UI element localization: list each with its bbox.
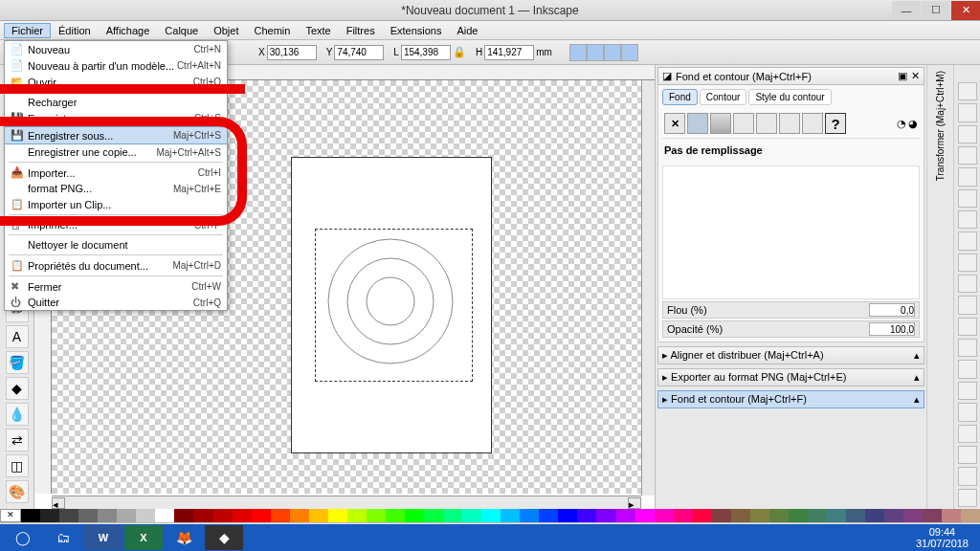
color-swatch[interactable] (846, 509, 865, 522)
color-swatch[interactable] (386, 509, 405, 522)
maximize-button[interactable]: ☐ (922, 1, 950, 20)
blur-input[interactable] (869, 303, 915, 317)
snap-button-9[interactable] (958, 275, 977, 293)
menu-aide[interactable]: Aide (449, 23, 485, 38)
undock-icon[interactable]: ▣ (898, 70, 907, 81)
menu-texte[interactable]: Texte (298, 23, 338, 38)
color-swatch[interactable] (21, 509, 40, 522)
close-button[interactable]: ✕ (951, 1, 980, 20)
snap-button-4[interactable] (958, 167, 977, 186)
color-swatch[interactable] (501, 509, 520, 522)
color-swatch[interactable] (347, 509, 367, 522)
tab-fill[interactable]: Fond (662, 89, 698, 105)
tool-12[interactable]: ◆ (6, 377, 29, 400)
snap-button-11[interactable] (958, 318, 977, 336)
color-swatch[interactable] (213, 509, 233, 522)
color-swatch[interactable] (750, 509, 769, 522)
radial-gradient-button[interactable] (733, 113, 754, 134)
snap-button-1[interactable] (958, 103, 977, 121)
fill-rule-icon[interactable]: ◔ (897, 118, 906, 130)
color-swatch[interactable] (462, 509, 481, 522)
color-swatch[interactable] (155, 509, 174, 522)
menu-item[interactable]: 📥Importer...Ctrl+I (5, 165, 227, 181)
color-swatch[interactable] (193, 509, 212, 522)
menu-item[interactable]: 📄NouveauCtrl+N (5, 41, 227, 57)
color-swatch[interactable] (827, 509, 846, 522)
color-swatch[interactable] (309, 509, 328, 522)
inkscape-icon[interactable]: ◆ (205, 525, 243, 550)
menu-édition[interactable]: Édition (51, 23, 99, 38)
color-swatch[interactable] (117, 509, 136, 522)
tool-11[interactable]: 🪣 (6, 351, 29, 374)
color-swatch[interactable] (424, 509, 443, 522)
color-swatch[interactable] (865, 509, 884, 522)
snap-button-6[interactable] (958, 210, 977, 229)
menu-item[interactable]: 📋Propriétés du document...Maj+Ctrl+D (5, 257, 227, 274)
collapsed-panel[interactable]: ▸ Exporter au format PNG (Maj+Ctrl+E)▴ (657, 368, 924, 386)
color-swatch[interactable] (808, 509, 827, 522)
snap-button-0[interactable] (958, 82, 977, 100)
color-swatch[interactable] (674, 509, 693, 522)
mesh-button[interactable] (802, 113, 823, 134)
menu-item[interactable]: ⏻QuitterCtrl+Q (5, 295, 227, 310)
l-input[interactable] (401, 45, 451, 60)
snap-button-8[interactable] (958, 253, 977, 272)
color-palette[interactable]: ✕ (0, 509, 980, 522)
explorer-icon[interactable]: 🗂 (44, 525, 82, 550)
color-swatch[interactable] (884, 509, 903, 522)
tool-14[interactable]: ⇄ (6, 429, 29, 452)
fill-rule-icon[interactable]: ◕ (908, 118, 918, 130)
tab-stroke[interactable]: Contour (700, 89, 747, 105)
color-swatch[interactable] (40, 509, 59, 522)
snap-button-19[interactable] (958, 489, 977, 507)
fill-stroke-header[interactable]: ◪Fond et contour (Maj+Ctrl+F) ▣✕ (657, 67, 924, 85)
affect-button[interactable] (604, 44, 621, 61)
color-swatch[interactable] (136, 509, 155, 522)
color-swatch[interactable] (405, 509, 424, 522)
menu-item[interactable]: 💾EnregistrerCtrl+S (5, 110, 227, 126)
no-paint-button[interactable]: ✕ (664, 113, 685, 134)
menu-extensions[interactable]: Extensions (383, 23, 450, 38)
color-swatch[interactable] (577, 509, 596, 522)
tool-13[interactable]: 💧 (6, 403, 29, 426)
color-swatch[interactable] (233, 509, 252, 522)
snap-button-10[interactable] (958, 296, 977, 314)
menu-fichier[interactable]: Fichier (4, 23, 51, 38)
tool-16[interactable]: 🎨 (6, 480, 29, 503)
tab-stroke-style[interactable]: Style du contour (748, 89, 831, 105)
menu-item[interactable]: format PNG...Maj+Ctrl+E (5, 181, 227, 196)
minimize-button[interactable]: — (892, 1, 921, 20)
menu-item[interactable]: ✖FermerCtrl+W (5, 278, 227, 295)
color-swatch[interactable] (616, 509, 635, 522)
color-swatch[interactable] (558, 509, 577, 522)
clock[interactable]: 09:4431/07/2018 (908, 526, 976, 549)
color-swatch[interactable] (635, 509, 655, 522)
tool-10[interactable]: A (6, 325, 29, 348)
color-swatch[interactable] (693, 509, 712, 522)
menu-affichage[interactable]: Affichage (99, 23, 158, 38)
pattern-button[interactable] (756, 113, 777, 134)
color-swatch[interactable] (942, 509, 961, 522)
flat-color-button[interactable] (687, 113, 708, 134)
color-swatch[interactable] (59, 509, 78, 522)
word-icon[interactable]: W (84, 525, 122, 550)
affect-button[interactable] (621, 44, 638, 61)
gimp-icon[interactable]: 🦊 (165, 525, 203, 550)
menu-calque[interactable]: Calque (157, 23, 206, 38)
h-input[interactable] (484, 45, 534, 60)
snap-button-13[interactable] (958, 360, 977, 378)
menu-item[interactable]: 📋Importer un Clip... (5, 196, 227, 212)
menu-item[interactable]: 📄Nouveau à partir d'un modèle...Ctrl+Alt… (5, 57, 227, 74)
menu-chemin[interactable]: Chemin (246, 23, 298, 38)
color-swatch[interactable] (655, 509, 674, 522)
snap-button-17[interactable] (958, 446, 977, 464)
snap-button-18[interactable] (958, 467, 977, 485)
color-swatch[interactable] (731, 509, 750, 522)
linear-gradient-button[interactable] (710, 113, 731, 134)
menu-item[interactable]: 📂Ouvrir...Ctrl+O (5, 74, 227, 90)
snap-button-5[interactable] (958, 189, 977, 208)
lock-icon[interactable]: 🔒 (453, 46, 466, 58)
snap-button-7[interactable] (958, 231, 977, 250)
menu-item[interactable]: Recharger (5, 95, 227, 110)
snap-button-14[interactable] (958, 382, 977, 400)
